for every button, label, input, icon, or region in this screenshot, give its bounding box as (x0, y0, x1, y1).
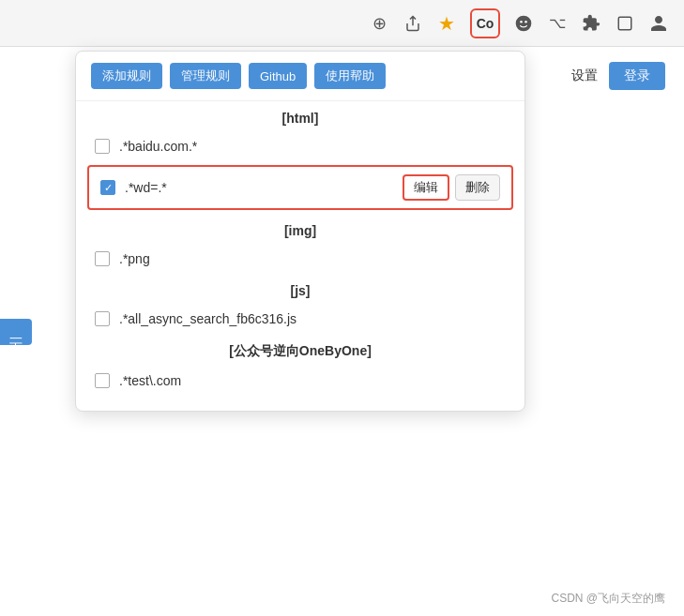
checkbox-baidu[interactable] (95, 139, 110, 154)
rule-text-png: .*png (119, 251, 506, 266)
svg-point-2 (524, 21, 527, 23)
checkbox-test[interactable] (95, 373, 110, 388)
checkbox-js[interactable] (95, 311, 110, 326)
popup-panel: 添加规则 管理规则 Github 使用帮助 [html] .*baidu.com… (75, 51, 525, 412)
extension-window-icon[interactable] (615, 13, 635, 34)
action-buttons-wd: 编辑 删除 (403, 174, 500, 201)
delete-button-wd[interactable]: 删除 (455, 174, 500, 201)
rule-item-wd: .*wd=.* 编辑 删除 (87, 165, 513, 210)
settings-label[interactable]: 设置 (571, 68, 598, 84)
extension-face-icon[interactable] (513, 13, 534, 34)
svg-point-1 (520, 21, 523, 23)
html-section-header: [html] (76, 101, 524, 131)
edit-button-wd[interactable]: 编辑 (403, 174, 449, 201)
github-btn[interactable]: Github (249, 63, 307, 89)
manage-rule-btn[interactable]: 管理规则 (170, 63, 241, 89)
rule-text-wd: .*wd=.* (125, 180, 393, 195)
browser-toolbar: ⊕ ★ Co ⌥ (0, 0, 684, 47)
popup-toolbar: 添加规则 管理规则 Github 使用帮助 (76, 52, 524, 101)
rule-text-test: .*test\.com (119, 373, 506, 388)
rule-text-baidu: .*baidu.com.* (119, 139, 506, 154)
page-area: 一下 添加规则 管理规则 Github 使用帮助 [html] .*baidu.… (0, 47, 684, 616)
checkbox-wd[interactable] (100, 180, 115, 195)
extension-puzzle-icon[interactable] (581, 13, 601, 34)
rule-item-png: .*png (76, 244, 524, 274)
header-right: 设置 登录 (571, 62, 665, 90)
img-section-header: [img] (76, 214, 524, 244)
svg-rect-3 (618, 17, 631, 30)
rule-item-js: .*all_async_search_fb6c316.js (76, 304, 524, 334)
share-icon[interactable] (403, 13, 423, 34)
extension-co-icon[interactable]: Co (470, 8, 500, 38)
rule-item-test: .*test\.com (76, 366, 524, 396)
watermark: CSDN @飞向天空的鹰 (551, 591, 665, 607)
float-button[interactable]: 一下 (0, 319, 32, 345)
extension-script-icon[interactable]: ⌥ (547, 13, 568, 34)
checkbox-png[interactable] (95, 251, 110, 266)
help-btn[interactable]: 使用帮助 (314, 63, 386, 89)
zoom-icon[interactable]: ⊕ (369, 13, 389, 34)
login-button[interactable]: 登录 (609, 62, 665, 90)
rule-text-js: .*all_async_search_fb6c316.js (119, 311, 506, 326)
profile-icon[interactable] (648, 13, 669, 34)
js-section-header: [js] (76, 274, 524, 304)
rule-item-baidu: .*baidu.com.* (76, 131, 524, 161)
add-rule-btn[interactable]: 添加规则 (91, 63, 162, 89)
weixin-section-header: [公众号逆向OneByOne] (76, 334, 524, 366)
star-icon[interactable]: ★ (436, 13, 457, 34)
svg-point-0 (516, 15, 532, 31)
